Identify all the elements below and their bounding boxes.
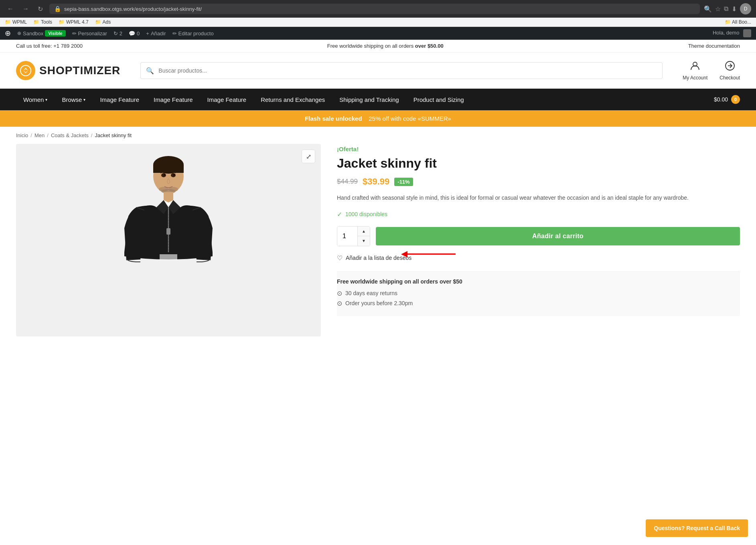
folder-icon: 📁 [5, 19, 11, 25]
arrow-head [401, 251, 407, 257]
nav-item-shipping[interactable]: Shipping and Tracking [332, 90, 406, 109]
bookmark-label: Ads [103, 19, 111, 25]
profile-icon[interactable]: D [740, 3, 751, 14]
sandbox-icon: ⊕ [17, 30, 21, 36]
product-details: ¡Oferta! Jacket skinny fit $44.99 $39.99… [337, 144, 740, 336]
flash-sale-bar: Flash sale unlocked 25% off with code «S… [0, 110, 756, 127]
plus-icon: + [146, 30, 149, 36]
quantity-input[interactable] [337, 227, 357, 246]
phone-text: Call us toll free: +1 789 2000 [16, 43, 83, 49]
search-bar[interactable]: 🔍 [140, 62, 663, 79]
breadcrumb-sep: / [47, 132, 49, 138]
search-input[interactable] [140, 62, 663, 79]
nav-item-product-sizing[interactable]: Product and Sizing [406, 90, 471, 109]
nav-item-image-feature-3[interactable]: Image Feature [200, 90, 254, 109]
pencil-icon: ✏ [72, 30, 77, 36]
my-account-action[interactable]: My Account [683, 61, 707, 81]
nav-item-returns[interactable]: Returns and Exchanges [253, 90, 332, 109]
order-label: Order yours before 2.30pm [345, 300, 413, 306]
star-icon[interactable]: ☆ [715, 5, 721, 13]
visible-badge[interactable]: Visible [45, 30, 65, 36]
sync-count: 2 [120, 30, 122, 36]
nav-item-image-feature-1[interactable]: Image Feature [93, 90, 146, 109]
url-text: sepia-bass.sandbox.otgs.work/es/producto… [64, 6, 202, 12]
checkout-action[interactable]: Checkout [720, 61, 740, 81]
breadcrumb-men[interactable]: Men [34, 132, 45, 138]
expand-icon: ⤢ [306, 153, 311, 160]
nav-cart[interactable]: $0.00 0 [707, 89, 740, 110]
order-deadline-item: ⊙ Order yours before 2.30pm [337, 300, 740, 307]
original-price: $44.99 [337, 178, 358, 186]
breadcrumb-home[interactable]: Inicio [16, 132, 28, 138]
quantity-steppers: ▲ ▼ [357, 227, 370, 246]
image-expand-button[interactable]: ⤢ [302, 150, 315, 163]
bookmark-wpml[interactable]: 📁 WPML [5, 19, 27, 25]
chevron-down-icon: ▾ [83, 97, 85, 102]
back-button[interactable]: ← [5, 4, 16, 13]
url-bar[interactable]: 🔒 sepia-bass.sandbox.otgs.work/es/produc… [49, 4, 700, 14]
chevron-down-icon: ▾ [45, 97, 47, 102]
add-to-cart-row: ▲ ▼ Añadir al carrito [337, 226, 740, 246]
nav-item-browse[interactable]: Browse ▾ [55, 90, 93, 109]
flash-code: 25% off with code «SUMMER» [369, 115, 451, 122]
bookmark-wpml47[interactable]: 📁 WPML 4.7 [59, 19, 89, 25]
discount-badge: -11% [394, 178, 413, 186]
wp-sandbox-item[interactable]: ⊕ Sandbox Visible [17, 30, 66, 36]
sandbox-label: Sandbox [23, 30, 43, 36]
price-row: $44.99 $39.99 -11% [337, 176, 740, 187]
bookmark-ads[interactable]: 📁 Ads [95, 19, 111, 25]
wp-edit-product-item[interactable]: ✏ Editar producto [172, 30, 214, 36]
site-header: SHOPTIMIZER 🔍 My Account Checkou [0, 53, 756, 89]
wp-sync-item[interactable]: ↻ 2 [114, 30, 122, 36]
browser-actions: 🔍 ☆ ⧉ ⬇ D [704, 3, 751, 14]
wp-comments-item[interactable]: 💬 0 [129, 30, 140, 36]
wp-personalize-item[interactable]: ✏ Personalizar [72, 30, 107, 36]
nav-item-women[interactable]: Women ▾ [16, 90, 55, 109]
comment-icon: 💬 [129, 30, 135, 36]
svg-rect-7 [153, 165, 184, 173]
main-nav: Women ▾ Browse ▾ Image Feature Image Fea… [0, 89, 756, 110]
sale-price: $39.99 [363, 176, 389, 187]
product-description: Hand crafted with seasonal style in mind… [337, 193, 740, 202]
red-arrow-annotation [401, 251, 456, 257]
extension-icon[interactable]: ⧉ [724, 5, 728, 12]
forward-button[interactable]: → [20, 4, 31, 13]
edit-pencil-icon: ✏ [172, 30, 177, 36]
stock-text: 1000 disponibles [345, 211, 387, 217]
info-bar: Call us toll free: +1 789 2000 Free worl… [0, 40, 756, 53]
quantity-input-wrap[interactable]: ▲ ▼ [337, 226, 370, 246]
wp-add-item[interactable]: + Añadir [146, 30, 166, 36]
quantity-increment-button[interactable]: ▲ [358, 227, 370, 236]
logo[interactable]: SHOPTIMIZER [16, 61, 120, 80]
docs-link[interactable]: Theme documentation [688, 43, 740, 49]
product-image-svg [104, 148, 233, 332]
svg-point-8 [161, 173, 166, 177]
zoom-icon[interactable]: 🔍 [704, 5, 712, 13]
wp-logo[interactable]: ⊕ [5, 29, 11, 38]
return-label: 30 days easy returns [345, 290, 397, 296]
wp-user-info: Hola, demo [713, 29, 751, 37]
shipping-info: Free worldwide shipping on all orders ov… [337, 271, 740, 316]
browser-chrome: ← → ↻ 🔒 sepia-bass.sandbox.otgs.work/es/… [0, 0, 756, 18]
bookmark-label: WPML 4.7 [66, 19, 89, 25]
header-actions: My Account Checkout [683, 61, 740, 81]
quantity-decrement-button[interactable]: ▼ [358, 236, 370, 246]
heart-icon: ♡ [337, 254, 343, 262]
clock-icon-2: ⊙ [337, 300, 342, 307]
nav-item-image-feature-2[interactable]: Image Feature [146, 90, 200, 109]
bookmark-tools[interactable]: 📁 Tools [33, 19, 52, 25]
wishlist-button[interactable]: ♡ Añadir a la lista de deseos [337, 254, 411, 262]
user-avatar [743, 29, 751, 37]
add-to-cart-button[interactable]: Añadir al carrito [376, 227, 740, 245]
refresh-button[interactable]: ↻ [35, 4, 45, 14]
svg-point-11 [173, 174, 175, 176]
all-bookmarks[interactable]: 📁 All Boo... [725, 19, 751, 25]
arrow-line [407, 253, 456, 255]
bookmarks-bar: 📁 WPML 📁 Tools 📁 WPML 4.7 📁 Ads 📁 All Bo… [0, 18, 756, 27]
download-icon[interactable]: ⬇ [732, 5, 737, 13]
breadcrumb: Inicio / Men / Coats & Jackets / Jacket … [0, 127, 756, 144]
checkout-icon [725, 61, 735, 73]
clock-icon: ⊙ [337, 290, 342, 297]
breadcrumb-category[interactable]: Coats & Jackets [51, 132, 89, 138]
stock-info: ✓ 1000 disponibles [337, 211, 740, 218]
